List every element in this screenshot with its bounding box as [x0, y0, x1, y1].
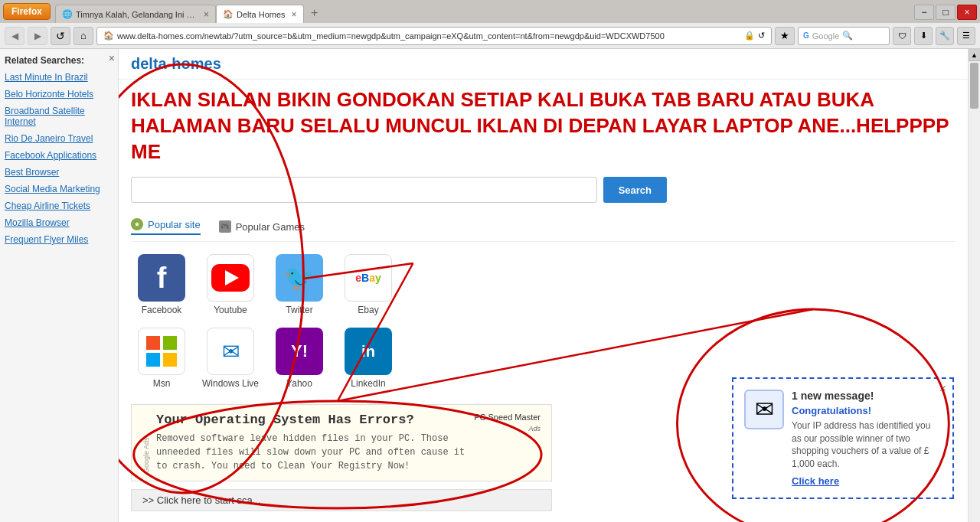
site-youtube[interactable]: Youtube	[200, 254, 261, 315]
addon-icon-3[interactable]: 🔧	[936, 27, 954, 45]
twitter-icon: 🐦	[276, 254, 323, 302]
close-window-btn[interactable]: ×	[957, 5, 977, 20]
scrollbar[interactable]: ▲	[968, 49, 980, 522]
maximize-btn[interactable]: □	[936, 5, 956, 20]
forward-btn[interactable]: ▶	[28, 27, 47, 45]
msn-label: Msn	[153, 378, 171, 389]
search-input-main[interactable]	[131, 177, 597, 203]
google-icon: G	[803, 31, 809, 40]
youtube-icon	[207, 254, 254, 302]
home-btn[interactable]: ⌂	[74, 27, 93, 45]
ad-label-vertical: Google Ads	[142, 413, 150, 473]
addon-icon-2[interactable]: ⬇	[914, 27, 933, 45]
new-tab-btn[interactable]: +	[305, 5, 324, 21]
search-box[interactable]: G Google 🔍	[798, 27, 890, 45]
popup-body: ✉ 1 new message! Congratulations! Your I…	[744, 390, 942, 487]
popup-text-area: 1 new message! Congratulations! Your IP …	[792, 390, 942, 487]
sidebar-link-3[interactable]: Broadband Satellite Internet	[5, 106, 113, 127]
search-row: Search	[131, 177, 667, 203]
big-red-text: IKLAN SIALAN BIKIN GONDOKAN SETIAP KALI …	[131, 87, 956, 165]
cta-bar[interactable]: >> Click here to start sca...	[131, 489, 552, 511]
pc-speed-label: PC Speed Master	[472, 413, 541, 422]
sidebar-link-10[interactable]: Frequent Flyer Miles	[5, 234, 113, 245]
site-msn[interactable]: Msn	[131, 328, 192, 389]
main-content: delta-homes IKLAN SIALAN BIKIN GONDOKAN …	[119, 49, 968, 522]
tab-2[interactable]: 🏠 Delta Homes ×	[216, 5, 304, 23]
sidebar: × Related Searches: Last Minute In Brazi…	[0, 49, 119, 522]
sidebar-link-2[interactable]: Belo Horizonte Hotels	[5, 89, 113, 100]
sidebar-link-9[interactable]: Mozilla Browser	[5, 217, 113, 228]
msn-icon	[138, 328, 185, 375]
sidebar-link-4[interactable]: Rio De Janeiro Travel	[5, 133, 113, 144]
address-bar[interactable]: 🏠 www.delta-homes.com/newtab/?utm_source…	[96, 27, 772, 45]
svg-rect-1	[163, 336, 177, 350]
tab-popular-site-label: Popular site	[148, 219, 201, 230]
sidebar-link-5[interactable]: Facebook Applications	[5, 150, 113, 161]
ad-right-panel: PC Speed Master Ads	[472, 413, 541, 473]
popup-notification: × ✉ 1 new message! Congratulations! Your…	[732, 377, 954, 499]
linkedin-label: LinkedIn	[351, 378, 385, 389]
tab-popular-games-label: Popular Games	[236, 221, 305, 233]
site-twitter[interactable]: 🐦 Twitter	[269, 254, 330, 315]
tab-bar: Firefox 🌐 Timnya Kalah, Gelandang Ini Re…	[0, 0, 980, 23]
sidebar-title: Related Searches:	[5, 55, 113, 66]
search-nav-icon[interactable]: 🔍	[842, 31, 853, 41]
sidebar-link-8[interactable]: Cheap Airline Tickets	[5, 201, 113, 211]
linkedin-icon: in	[345, 328, 392, 375]
site-yahoo[interactable]: Y! Yahoo	[269, 328, 330, 389]
tab-1[interactable]: 🌐 Timnya Kalah, Gelandang Ini Remas ... …	[55, 5, 216, 23]
popular-site-icon: ★	[131, 218, 143, 230]
site-linkedin[interactable]: in LinkedIn	[338, 328, 399, 389]
popup-description: Your IP address has identified you as ou…	[792, 419, 942, 471]
logo-delta: delta	[131, 55, 167, 72]
back-btn[interactable]: ◀	[5, 27, 24, 45]
facebook-icon: f	[138, 254, 185, 302]
scroll-thumb[interactable]	[970, 63, 978, 109]
search-button[interactable]: Search	[603, 177, 667, 203]
svg-rect-3	[163, 353, 177, 367]
site-windows-live[interactable]: ✉ Windows Live	[200, 328, 261, 389]
ebay-icon: eBay	[345, 254, 392, 302]
tab-popular-site[interactable]: ★ Popular site	[131, 218, 201, 235]
ebay-label: Ebay	[358, 305, 378, 315]
site-facebook[interactable]: f Facebook	[131, 254, 192, 315]
tab-popular-games[interactable]: 🎮 Popular Games	[219, 218, 305, 235]
refresh-icon[interactable]: ↺	[758, 31, 765, 41]
windows-live-label: Windows Live	[202, 378, 259, 389]
nav-bar: ◀ ▶ ↺ ⌂ 🏠 www.delta-homes.com/newtab/?ut…	[0, 23, 980, 49]
sidebar-link-7[interactable]: Social Media Marketing	[5, 184, 113, 194]
svg-rect-2	[146, 353, 160, 367]
reload-btn[interactable]: ↺	[51, 27, 70, 45]
logo-homes: homes	[172, 55, 220, 72]
sidebar-link-6[interactable]: Best Browser	[5, 167, 113, 178]
firefox-button[interactable]: Firefox	[3, 3, 51, 20]
ad-title: Your Operating System Has Errors?	[156, 413, 466, 427]
windows-live-icon: ✉	[207, 328, 254, 375]
tab2-close[interactable]: ×	[292, 9, 297, 20]
addon-icon-4[interactable]: ☰	[957, 27, 975, 45]
yahoo-label: Yahoo	[286, 378, 312, 389]
yahoo-icon: Y!	[276, 328, 323, 375]
bookmark-star[interactable]: ★	[775, 27, 795, 45]
tab1-close[interactable]: ×	[204, 9, 209, 20]
browser-window: Firefox 🌐 Timnya Kalah, Gelandang Ini Re…	[0, 0, 980, 522]
twitter-label: Twitter	[286, 305, 312, 315]
site-ebay[interactable]: eBay Ebay	[338, 254, 399, 315]
addon-icon-1[interactable]: 🛡	[893, 27, 911, 45]
sidebar-close-btn[interactable]: ×	[109, 52, 115, 64]
popular-games-icon: 🎮	[219, 220, 231, 233]
ad-text: Removed software leave hidden files in y…	[156, 432, 466, 473]
popup-click-here[interactable]: Click here	[792, 475, 839, 487]
minimize-btn[interactable]: −	[914, 5, 934, 20]
icon-grid: f Facebook Youtube	[131, 254, 956, 315]
scroll-up[interactable]: ▲	[969, 49, 980, 61]
search-nav-placeholder: Google	[812, 31, 839, 41]
ssl-icon: 🔒	[744, 31, 755, 41]
popup-congrats: Congratulations!	[792, 405, 942, 416]
sidebar-link-1[interactable]: Last Minute In Brazil	[5, 72, 113, 83]
popup-close-btn[interactable]: ×	[939, 382, 946, 396]
cta-text: >> Click here to start sca...	[142, 494, 261, 506]
bottom-ad: Google Ads Your Operating System Has Err…	[131, 404, 552, 481]
tab2-icon: 🏠	[223, 9, 234, 19]
popup-message-icon: ✉	[744, 390, 784, 429]
